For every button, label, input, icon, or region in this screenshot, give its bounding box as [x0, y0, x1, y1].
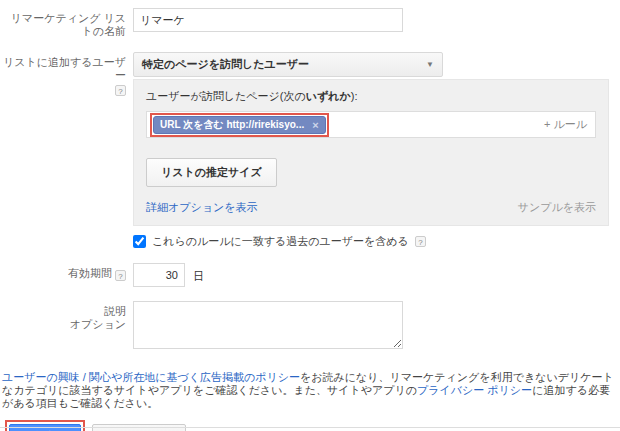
ad-policy-link[interactable]: ユーザーの興味 / 関心や所在地に基づく広告掲載のポリシー [2, 371, 300, 383]
help-icon[interactable]: ? [415, 236, 426, 247]
rules-header-prefix: ユーザーが訪問したページ(次の [146, 90, 306, 102]
duration-label: 有効期間 [68, 267, 112, 279]
description-label-line2: オプション [70, 318, 126, 330]
dropdown-selected-value: 特定のページを訪問したユーザー [142, 57, 426, 72]
list-name-input[interactable] [133, 8, 403, 32]
estimate-list-size-button[interactable]: リストの推定サイズ [146, 158, 277, 187]
description-row: 説明 オプション [0, 301, 620, 351]
description-textarea[interactable] [133, 301, 403, 349]
help-icon[interactable]: ? [115, 85, 126, 96]
form-actions: 保存 キャンセル [0, 420, 620, 431]
include-past-users-row: これらのルールに一致する過去のユーザーを含める ? [133, 234, 620, 249]
include-past-users-checkbox[interactable] [133, 235, 146, 248]
description-label-line1: 説明 [104, 305, 126, 317]
privacy-policy-link[interactable]: プライバシー ポリシー [417, 384, 532, 396]
show-sample-link[interactable]: サンプルを表示 [518, 200, 596, 215]
rules-panel-header: ユーザーが訪問したページ(次のいずれか): [146, 89, 596, 104]
chevron-down-icon: ▼ [426, 60, 434, 69]
users-row: リストに追加するユーザー ? 特定のページを訪問したユーザー ▼ ユーザーが訪問… [0, 52, 620, 249]
panel-links-row: 詳細オプションを表示 サンプルを表示 [146, 200, 596, 215]
close-icon[interactable]: × [312, 119, 318, 131]
duration-unit-label: 日 [193, 263, 204, 289]
duration-label-wrap: 有効期間 ? [0, 263, 133, 281]
url-rule-tag[interactable]: URL 次を含む http://rirekisyo... × [153, 116, 326, 134]
advanced-options-link[interactable]: 詳細オプションを表示 [146, 200, 258, 215]
help-icon[interactable]: ? [115, 270, 126, 281]
url-rule-tag-text: URL 次を含む http://rirekisyo... [160, 118, 304, 132]
users-label-wrap: リストに追加するユーザー ? [0, 52, 133, 96]
remarketing-list-form: リマーケティング リストの名前 リストに追加するユーザー ? 特定のページを訪問… [0, 0, 620, 431]
list-name-row: リマーケティング リストの名前 [0, 8, 620, 38]
duration-row: 有効期間 ? 日 [0, 263, 620, 289]
policy-paragraph: ユーザーの興味 / 関心や所在地に基づく広告掲載のポリシーをお読みになり、リマー… [0, 371, 620, 409]
list-name-label: リマーケティング リストの名前 [0, 8, 133, 38]
description-label: 説明 オプション [0, 301, 133, 331]
users-type-dropdown[interactable]: 特定のページを訪問したユーザー ▼ [133, 52, 443, 77]
duration-input[interactable] [133, 263, 185, 287]
users-label: リストに追加するユーザー [3, 56, 126, 81]
include-past-users-label: これらのルールに一致する過去のユーザーを含める [152, 234, 409, 249]
rule-input-row[interactable]: URL 次を含む http://rirekisyo... × + ルール [146, 111, 596, 138]
annotation-box-url-tag: URL 次を含む http://rirekisyo... × [150, 113, 329, 137]
bottom-divider [0, 427, 620, 428]
add-rule-button[interactable]: + ルール [544, 117, 587, 132]
annotation-box-save: 保存 [5, 420, 85, 431]
rules-header-bold: いずれか [306, 90, 351, 102]
rules-panel: ユーザーが訪問したページ(次のいずれか): URL 次を含む http://ri… [133, 79, 609, 226]
rules-header-suffix: ): [351, 90, 358, 102]
